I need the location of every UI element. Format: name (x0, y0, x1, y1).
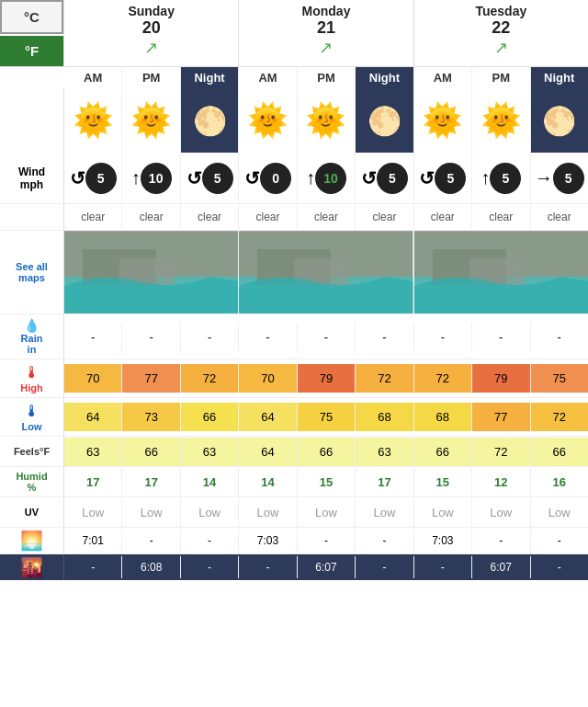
low-temp-row: 🌡 Low 64 73 66 64 75 68 68 77 72 (0, 397, 588, 436)
sunday-expand-icon[interactable]: ↗ (144, 38, 158, 58)
sub-pm-2: PM (298, 67, 356, 88)
rain-2: - (122, 323, 180, 351)
sun-icon-1: 🌞 (73, 101, 114, 140)
icons-row: 🌞 🌞 🌕 🌞 🌞 🌕 🌞 🌞 🌕 (0, 88, 588, 153)
sunday-label: Sunday (128, 4, 175, 18)
map-row: See allmaps (0, 230, 588, 314)
icon-sun-3am: 🌞 (414, 88, 472, 153)
wind-badge-1: 5 (85, 163, 117, 194)
wind-badge-7: 5 (435, 163, 466, 194)
sunset-6: - (356, 556, 413, 578)
low-cells: 64 73 66 64 75 68 68 77 72 (64, 403, 588, 431)
wind-cell-3: ↺ 5 (181, 153, 239, 203)
low-7: 68 (414, 403, 472, 431)
sunrise-icon: 🌅 (20, 530, 43, 552)
map-svg-1 (64, 231, 238, 314)
uv-7: Low (414, 498, 472, 527)
sunset-7: - (414, 556, 472, 578)
moon-icon-1: 🌕 (193, 105, 227, 137)
cond-7: clear (414, 205, 472, 229)
low-6: 68 (356, 403, 413, 431)
rain-8: - (472, 323, 530, 351)
feels-6: 63 (356, 438, 413, 466)
sunrise-1: 7:01 (64, 530, 122, 552)
humid-6: 17 (356, 468, 413, 496)
wind-badge-6: 5 (377, 163, 408, 194)
sunrise-9: - (531, 530, 588, 552)
feels-5: 66 (298, 438, 356, 466)
map-2[interactable] (239, 231, 413, 314)
rain-cells: - - - - - - - - - (64, 323, 588, 351)
humid-8: 12 (472, 468, 530, 496)
uv-2: Low (122, 498, 180, 527)
wind-arrow-4: ↺ (244, 167, 260, 189)
humid-5: 15 (298, 468, 356, 496)
humid-label-text: Humid% (16, 471, 47, 493)
sunset-5: 6:07 (298, 556, 356, 578)
sunrise-label: 🌅 (0, 528, 64, 553)
sunset-4: - (239, 556, 297, 578)
sun-icon-5: 🌞 (422, 101, 463, 140)
moon-icon-3: 🌕 (542, 105, 576, 137)
wind-badge-2: 10 (141, 163, 172, 194)
conditions-row: clear clear clear clear clear clear clea… (0, 203, 588, 230)
see-all-maps-link[interactable]: See allmaps (16, 261, 48, 283)
map-1[interactable] (64, 231, 239, 314)
sunset-9: - (531, 556, 588, 578)
sunday-num: 20 (142, 18, 161, 38)
sunset-1: - (64, 556, 122, 578)
tuesday-num: 22 (492, 18, 510, 38)
cond-3: clear (181, 205, 239, 229)
sub-night-3: Night (531, 67, 588, 88)
wind-badge-5: 10 (315, 163, 346, 194)
moon-icon-2: 🌕 (368, 105, 401, 137)
humid-cells: 17 17 14 14 15 17 15 12 16 (64, 468, 588, 496)
conditions-cells: clear clear clear clear clear clear clea… (64, 205, 588, 229)
wind-arrow-6: ↺ (361, 167, 377, 189)
wind-arrow-1: ↺ (70, 167, 85, 189)
feels-4: 64 (239, 438, 297, 466)
map-label[interactable]: See allmaps (0, 231, 64, 314)
header-row: °C °F Sunday 20 ↗ Monday 21 ↗ Tuesday 22… (0, 0, 588, 67)
rain-3: - (181, 323, 239, 351)
uv-5: Low (298, 498, 356, 527)
uv-label-text: UV (25, 507, 39, 518)
feels-8: 72 (472, 438, 530, 466)
uv-6: Low (356, 498, 413, 527)
sunrise-row: 🌅 7:01 - - 7:03 - - 7:03 - - (0, 527, 588, 553)
sub-am-2: AM (239, 67, 297, 88)
map-svg-2 (239, 231, 413, 314)
humid-3: 14 (181, 468, 239, 496)
wind-badge-4: 0 (260, 163, 291, 194)
sunrise-2: - (122, 530, 180, 552)
celsius-button[interactable]: °C (0, 0, 63, 34)
high-label: 🌡 High (0, 359, 64, 397)
uv-9: Low (531, 498, 588, 527)
wind-cell-6: ↺ 5 (356, 153, 413, 203)
fahrenheit-button[interactable]: °F (0, 36, 63, 66)
sub-pm-3: PM (472, 67, 530, 88)
uv-label: UV (0, 497, 64, 527)
tuesday-expand-icon[interactable]: ↗ (494, 38, 508, 58)
feels-cells: 63 66 63 64 66 63 66 72 66 (64, 438, 588, 466)
wind-row: Windmph ↺ 5 ↑ 10 ↺ 5 ↺ 0 ↑ 10 (0, 153, 588, 203)
icon-sun-1pm: 🌞 (122, 88, 180, 153)
icon-night-2: 🌕 (356, 88, 413, 153)
wind-arrow-5: ↑ (306, 167, 315, 188)
map-3[interactable] (414, 231, 588, 314)
sub-night-2: Night (356, 67, 413, 88)
sub-night-1: Night (181, 67, 239, 88)
feels-label: Feels°F (0, 437, 64, 466)
wind-badge-3: 5 (202, 163, 233, 194)
cond-9: clear (531, 205, 588, 229)
icons-cells: 🌞 🌞 🌕 🌞 🌞 🌕 🌞 🌞 🌕 (64, 88, 588, 153)
wind-arrow-8: ↑ (481, 167, 490, 188)
sunrise-8: - (472, 530, 530, 552)
monday-expand-icon[interactable]: ↗ (319, 38, 333, 58)
rain-9: - (531, 323, 588, 351)
icons-spacer (0, 88, 64, 153)
wind-cell-7: ↺ 5 (414, 153, 472, 203)
sunset-3: - (181, 556, 239, 578)
low-8: 77 (472, 403, 530, 431)
sunrise-3: - (181, 530, 239, 552)
